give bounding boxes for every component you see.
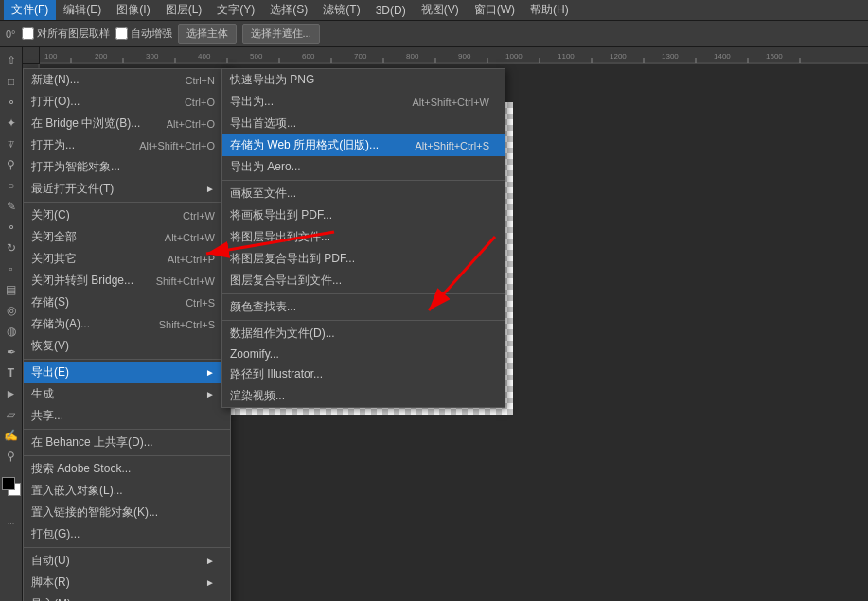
checkbox-auto-enhance[interactable]: 自动增强: [115, 27, 172, 41]
submenu-sep-1: [222, 180, 505, 181]
svg-text:1500: 1500: [766, 52, 783, 61]
menu-text[interactable]: 文字(Y): [209, 0, 262, 20]
menu-save[interactable]: 存储(S)Ctrl+S: [24, 292, 230, 313]
export-paths-illustrator[interactable]: 路径到 Illustrator...: [222, 363, 505, 385]
menu-image[interactable]: 图像(I): [109, 0, 157, 20]
menu-package[interactable]: 打包(G)...: [24, 523, 230, 545]
select-and-mask-button[interactable]: 选择并遮住...: [242, 24, 320, 44]
export-layer-comp-files[interactable]: 图层复合导出到文件...: [222, 270, 505, 292]
menu-close-others[interactable]: 关闭其它Alt+Ctrl+P: [24, 248, 230, 270]
ruler-corner: [23, 47, 40, 64]
export-color-lookup[interactable]: 颜色查找表...: [222, 296, 505, 318]
menu-save-as[interactable]: 存储为(A)...Shift+Ctrl+S: [24, 313, 230, 335]
options-bar: 0° 对所有图层取样 自动增强 选择主体 选择并遮住...: [0, 21, 868, 47]
file-dropdown-menu: 新建(N)...Ctrl+N 打开(O)...Ctrl+O 在 Bridge 中…: [23, 68, 231, 601]
menu-close-all[interactable]: 关闭全部Alt+Ctrl+W: [24, 226, 230, 248]
foreground-color-swatch[interactable]: [2, 477, 15, 490]
menu-close-bridge[interactable]: 关闭并转到 Bridge...Shift+Ctrl+W: [24, 270, 230, 292]
separator-1: [24, 202, 230, 203]
menu-generate[interactable]: 生成►: [24, 383, 230, 405]
quick-select-tool[interactable]: ✦: [2, 114, 21, 133]
shape-tool[interactable]: ▱: [2, 405, 21, 424]
svg-text:600: 600: [302, 52, 315, 61]
menu-help[interactable]: 帮助(H): [523, 0, 576, 20]
export-aero[interactable]: 导出为 Aero...: [222, 156, 505, 178]
menu-automate[interactable]: 自动(U)►: [24, 550, 230, 572]
menu-import[interactable]: 导入(M)►: [24, 593, 230, 601]
export-quick-png[interactable]: 快速导出为 PNG: [222, 69, 505, 91]
brush-tool[interactable]: ✎: [2, 197, 21, 216]
marquee-tool[interactable]: □: [2, 72, 21, 91]
menu-place-embed[interactable]: 置入嵌入对象(L)...: [24, 480, 230, 502]
svg-text:100: 100: [44, 52, 58, 61]
menu-place-linked[interactable]: 置入链接的智能对象(K)...: [24, 502, 230, 523]
menu-new[interactable]: 新建(N)...Ctrl+N: [24, 69, 230, 91]
svg-text:200: 200: [95, 52, 108, 61]
menu-window[interactable]: 窗口(W): [467, 0, 523, 20]
path-select-tool[interactable]: ►: [2, 384, 21, 403]
crop-tool[interactable]: ⍒: [2, 134, 21, 153]
canvas-area: 100 200 300 400 500 600 700 800 900 1000…: [23, 47, 868, 601]
menu-view[interactable]: 视图(V): [414, 0, 467, 20]
export-save-for-web[interactable]: 存储为 Web 所用格式(旧版)...Alt+Shift+Ctrl+S: [222, 134, 505, 156]
menu-scripts[interactable]: 脚本(R)►: [24, 572, 230, 593]
menu-export[interactable]: 导出(E)►: [24, 362, 230, 383]
menu-share[interactable]: 共享...: [24, 405, 230, 427]
menu-revert[interactable]: 恢复(V): [24, 335, 230, 357]
menu-bridge-browse[interactable]: 在 Bridge 中浏览(B)...Alt+Ctrl+O: [24, 113, 230, 134]
menu-recent[interactable]: 最近打开文件(T)►: [24, 178, 230, 200]
separator-3: [24, 429, 230, 430]
svg-text:800: 800: [406, 52, 419, 61]
svg-rect-0: [40, 47, 868, 64]
hand-tool[interactable]: ✍: [2, 426, 21, 445]
dodge-tool[interactable]: ◍: [2, 322, 21, 341]
menu-layer[interactable]: 图层(L): [158, 0, 210, 20]
export-data-sets[interactable]: 数据组作为文件(D)...: [222, 323, 505, 345]
export-submenu: 快速导出为 PNG 导出为...Alt+Shift+Ctrl+W 导出首选项..…: [221, 68, 505, 408]
svg-text:1100: 1100: [558, 52, 575, 61]
menu-3d[interactable]: 3D(D): [368, 2, 414, 19]
svg-text:1000: 1000: [505, 52, 523, 61]
text-tool[interactable]: T: [2, 363, 21, 382]
export-artboard-pdf[interactable]: 将画板导出到 PDF...: [222, 204, 505, 226]
eraser-tool[interactable]: ▫: [2, 259, 21, 278]
svg-text:1200: 1200: [610, 52, 627, 61]
export-layers-files[interactable]: 将图层导出到文件...: [222, 226, 505, 248]
svg-text:500: 500: [250, 52, 263, 61]
menu-edit[interactable]: 编辑(E): [56, 0, 109, 20]
pen-tool[interactable]: ✒: [2, 343, 21, 362]
move-tool[interactable]: ⇧: [2, 51, 21, 70]
gradient-tool[interactable]: ▤: [2, 280, 21, 299]
svg-text:400: 400: [198, 52, 211, 61]
menu-open-as[interactable]: 打开为...Alt+Shift+Ctrl+O: [24, 134, 230, 156]
export-render-video[interactable]: 渲染视频...: [222, 385, 505, 407]
svg-text:900: 900: [458, 52, 471, 61]
history-brush-tool[interactable]: ↻: [2, 239, 21, 257]
select-subject-button[interactable]: 选择主体: [178, 24, 237, 44]
menu-select[interactable]: 选择(S): [262, 0, 315, 20]
menu-adobe-stock[interactable]: 搜索 Adobe Stock...: [24, 458, 230, 480]
export-layer-comp-pdf[interactable]: 将图层复合导出到 PDF...: [222, 248, 505, 270]
menu-file[interactable]: 文件(F): [4, 0, 56, 20]
color-swatches[interactable]: [2, 477, 21, 496]
submenu-sep-2: [222, 293, 505, 294]
menu-filter[interactable]: 滤镜(T): [315, 0, 367, 20]
ruler-top: 100 200 300 400 500 600 700 800 900 1000…: [40, 47, 868, 64]
spot-heal-tool[interactable]: ○: [2, 176, 21, 195]
separator-2: [24, 359, 230, 360]
export-preferences[interactable]: 导出首选项...: [222, 113, 505, 134]
eyedropper-tool[interactable]: ⚲: [2, 155, 21, 174]
checkbox-all-layers[interactable]: 对所有图层取样: [22, 27, 110, 41]
export-artboard-files[interactable]: 画板至文件...: [222, 183, 505, 204]
export-as[interactable]: 导出为...Alt+Shift+Ctrl+W: [222, 91, 505, 113]
export-zoomify[interactable]: Zoomify...: [222, 345, 505, 363]
menu-close[interactable]: 关闭(C)Ctrl+W: [24, 204, 230, 226]
menu-open-smart[interactable]: 打开为智能对象...: [24, 156, 230, 178]
zoom-tool[interactable]: ⚲: [2, 447, 21, 466]
svg-text:300: 300: [146, 52, 159, 61]
blur-tool[interactable]: ◎: [2, 301, 21, 320]
lasso-tool[interactable]: ⚬: [2, 93, 21, 112]
clone-tool[interactable]: ⚬: [2, 218, 21, 237]
menu-behance[interactable]: 在 Behance 上共享(D)...: [24, 432, 230, 453]
menu-open[interactable]: 打开(O)...Ctrl+O: [24, 91, 230, 113]
